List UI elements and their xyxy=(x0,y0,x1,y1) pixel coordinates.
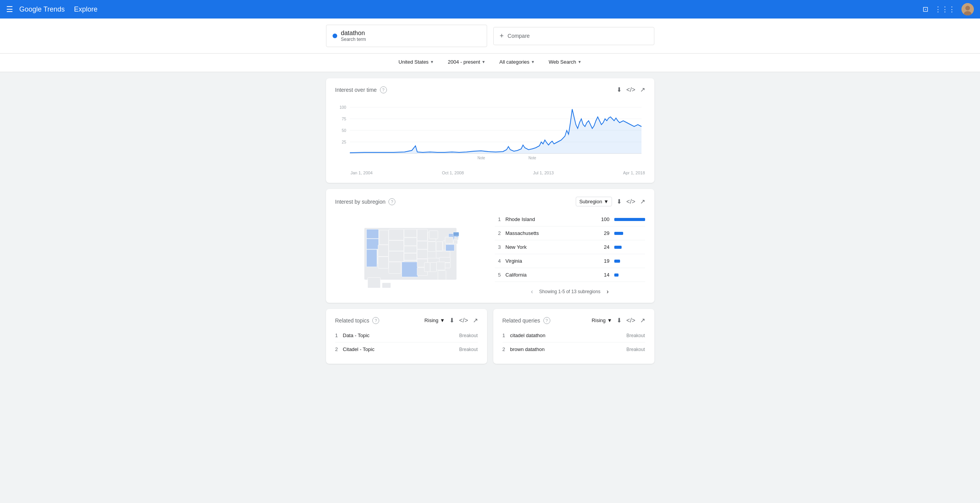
related-topic-row-2: 2 Citadel - Topic Breakout xyxy=(335,343,478,356)
topics-embed-icon[interactable]: </> xyxy=(459,317,468,324)
rank-bar-container-3 xyxy=(614,246,645,249)
embed-icon[interactable]: </> xyxy=(626,86,635,93)
svg-text:75: 75 xyxy=(341,116,346,121)
subregion-filter-chevron: ▼ xyxy=(603,199,609,204)
related-queries-filter-btn[interactable]: Rising ▼ xyxy=(592,317,612,323)
x-label-2: Oct 1, 2008 xyxy=(442,170,464,175)
rank-num-5: 5 xyxy=(495,272,501,278)
topic-num-2: 2 xyxy=(335,346,343,352)
svg-rect-16 xyxy=(366,229,379,238)
subregion-share-icon[interactable]: ↗ xyxy=(640,198,645,205)
x-label-3: Jul 1, 2013 xyxy=(533,170,554,175)
queries-embed-icon[interactable]: </> xyxy=(626,317,635,324)
rank-bar-container-1 xyxy=(614,218,645,221)
search-container: datathon Search term + Compare xyxy=(317,25,664,47)
related-queries-help-icon[interactable]: ? xyxy=(543,317,550,324)
svg-rect-51 xyxy=(454,237,459,240)
svg-rect-28 xyxy=(404,238,417,246)
pagination-row: ‹ Showing 1-5 of 13 subregions › xyxy=(495,282,645,295)
subregion-header-right: Subregion ▼ ⬇ </> ↗ xyxy=(576,197,645,206)
subregion-filter-btn[interactable]: Subregion ▼ xyxy=(576,197,612,206)
chart-x-labels: Jan 1, 2004 Oct 1, 2008 Jul 1, 2013 Apr … xyxy=(335,169,645,175)
subregion-embed-icon[interactable]: </> xyxy=(626,198,635,205)
topics-download-icon[interactable]: ⬇ xyxy=(449,317,454,324)
logo-text: Google Trends xyxy=(19,5,65,14)
filters-area: United States ▼ 2004 - present ▼ All cat… xyxy=(0,54,980,72)
related-queries-title-row: Related queries ? xyxy=(503,317,550,324)
rank-bar-container-2 xyxy=(614,232,645,235)
search-term-info: datathon Search term xyxy=(341,30,366,42)
svg-rect-49 xyxy=(445,237,453,244)
interest-over-time-card: Interest over time ? ⬇ </> ↗ 100 75 50 xyxy=(326,78,654,183)
category-chevron-icon: ▼ xyxy=(531,60,535,64)
rank-bar-1 xyxy=(614,218,645,221)
subregion-help-icon[interactable]: ? xyxy=(388,198,395,205)
queries-download-icon[interactable]: ⬇ xyxy=(617,317,622,324)
main-content: Interest over time ? ⬇ </> ↗ 100 75 50 xyxy=(317,72,664,370)
category-filter[interactable]: All categories ▼ xyxy=(495,57,540,67)
related-grid: Related topics ? Rising ▼ ⬇ </> ↗ 1 Data… xyxy=(326,309,654,364)
rank-score-1: 100 xyxy=(598,216,610,222)
rank-num-2: 2 xyxy=(495,230,501,236)
chat-icon[interactable]: ⊡ xyxy=(923,5,928,14)
related-topics-filter-label: Rising xyxy=(424,317,438,323)
svg-rect-26 xyxy=(388,262,401,273)
svg-rect-56 xyxy=(430,263,437,272)
next-page-arrow[interactable]: › xyxy=(607,288,609,295)
topics-share-icon[interactable]: ↗ xyxy=(473,317,478,324)
ranking-row-4: 4 Virginia 19 xyxy=(495,254,645,268)
related-queries-title: Related queries xyxy=(503,317,540,324)
rank-bar-2 xyxy=(614,232,623,235)
share-icon[interactable]: ↗ xyxy=(640,86,645,93)
apps-icon[interactable]: ⋮⋮⋮ xyxy=(935,5,955,14)
svg-text:Note: Note xyxy=(528,156,536,160)
interest-by-subregion-card: Interest by subregion ? Subregion ▼ ⬇ </… xyxy=(326,189,654,303)
chart-area: 100 75 50 25 Note Note xyxy=(335,100,645,169)
search-term-text: datathon xyxy=(341,30,366,37)
ranking-row-1: 1 Rhode Island 100 xyxy=(495,213,645,226)
rank-bar-container-4 xyxy=(614,260,645,263)
svg-rect-45 xyxy=(445,245,454,251)
queries-share-icon[interactable]: ↗ xyxy=(640,317,645,324)
card-title-row-subregion: Interest by subregion ? xyxy=(335,198,396,205)
related-topics-actions: Rising ▼ ⬇ </> ↗ xyxy=(424,317,477,324)
rank-score-2: 29 xyxy=(598,230,610,236)
user-avatar[interactable] xyxy=(962,3,974,15)
type-chevron-icon: ▼ xyxy=(578,60,582,64)
svg-rect-54 xyxy=(436,262,445,270)
svg-rect-22 xyxy=(388,241,403,251)
type-filter[interactable]: Web Search ▼ xyxy=(544,57,586,67)
time-help-icon[interactable]: ? xyxy=(380,86,387,93)
prev-page-arrow[interactable]: ‹ xyxy=(531,288,533,295)
compare-box[interactable]: + Compare xyxy=(493,27,654,45)
svg-rect-47 xyxy=(453,232,459,236)
svg-rect-52 xyxy=(439,257,450,263)
type-filter-label: Web Search xyxy=(549,59,576,65)
app-header: ☰ Google Trends Explore ⊡ ⋮⋮⋮ xyxy=(0,0,980,19)
us-map-svg xyxy=(353,215,468,292)
query-badge-1: Breakout xyxy=(626,333,645,338)
related-query-row-1: 1 citadel datathon Breakout xyxy=(503,329,645,343)
related-topics-card: Related topics ? Rising ▼ ⬇ </> ↗ 1 Data… xyxy=(326,309,487,364)
svg-rect-19 xyxy=(379,230,388,245)
region-filter[interactable]: United States ▼ xyxy=(394,57,439,67)
time-filter[interactable]: 2004 - present ▼ xyxy=(443,57,490,67)
download-icon[interactable]: ⬇ xyxy=(617,86,622,93)
svg-rect-29 xyxy=(404,246,417,253)
card-title-row-time: Interest over time ? xyxy=(335,86,387,93)
time-chart-svg: 100 75 50 25 Note Note xyxy=(335,100,645,169)
subregion-download-icon[interactable]: ⬇ xyxy=(617,198,622,205)
header-right: ⊡ ⋮⋮⋮ xyxy=(923,3,974,15)
filters-container: United States ▼ 2004 - present ▼ All cat… xyxy=(385,57,595,67)
rank-bar-5 xyxy=(614,273,619,277)
svg-text:100: 100 xyxy=(340,105,346,110)
related-topics-filter-btn[interactable]: Rising ▼ xyxy=(424,317,445,323)
ranking-row-5: 5 California 14 xyxy=(495,268,645,282)
rank-num-4: 4 xyxy=(495,258,501,264)
menu-icon[interactable]: ☰ xyxy=(6,5,13,14)
ranking-row-3: 3 New York 24 xyxy=(495,240,645,254)
time-filter-label: 2004 - present xyxy=(448,59,480,65)
search-term-box[interactable]: datathon Search term xyxy=(326,25,487,47)
related-topics-help-icon[interactable]: ? xyxy=(372,317,379,324)
related-topics-title-row: Related topics ? xyxy=(335,317,380,324)
